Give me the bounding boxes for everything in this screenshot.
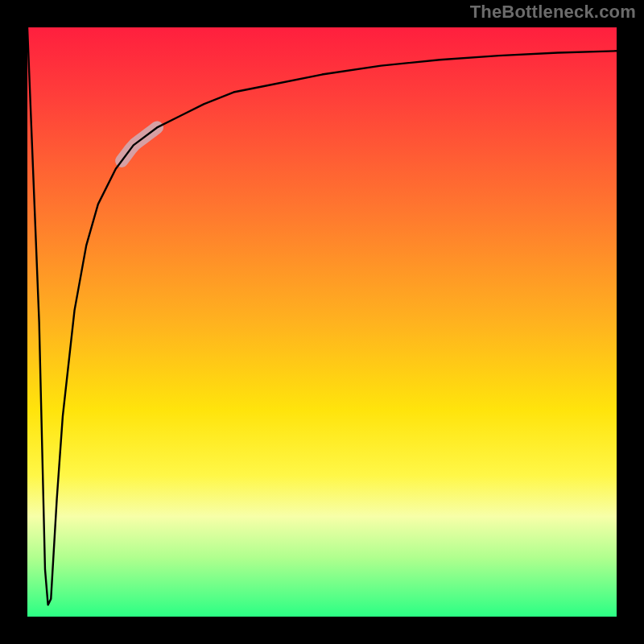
plot-area [27, 27, 617, 617]
watermark-text: TheBottleneck.com [470, 2, 636, 23]
bottleneck-curve [27, 27, 617, 605]
curve-svg [27, 27, 617, 617]
chart-frame: TheBottleneck.com [0, 0, 644, 644]
